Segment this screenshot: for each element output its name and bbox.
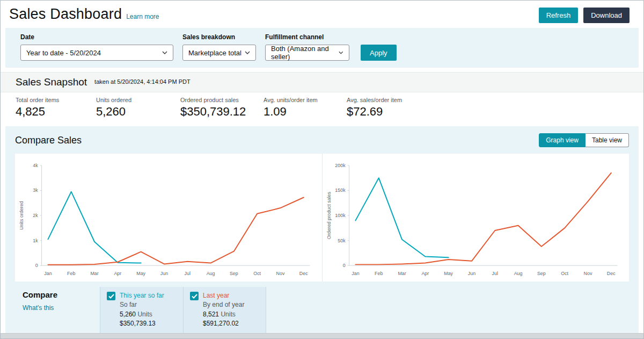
svg-text:Jan: Jan — [44, 271, 52, 276]
stat-value: 4,825 — [16, 105, 96, 119]
table-view-button[interactable]: Table view — [586, 133, 629, 147]
svg-text:Nov: Nov — [276, 271, 285, 276]
stat-label: Avg. units/order item — [264, 97, 347, 103]
sales-snapshot-header: Sales Snapshot taken at 5/20/2024, 4:14:… — [1, 72, 643, 92]
svg-text:0: 0 — [35, 263, 38, 268]
legend-this-year-sales: $350,739.13 — [120, 319, 164, 328]
chevron-down-icon — [245, 51, 250, 54]
legend-last-year-text: Last year By end of year 8,521 Units $59… — [203, 291, 244, 329]
svg-text:Apr: Apr — [114, 271, 121, 276]
svg-text:Feb: Feb — [67, 271, 75, 276]
ordered-product-sales-chart: 050k100k150k200kJanFebMarAprMayJunJulAug… — [326, 158, 626, 280]
compare-legend: Compare What's this This year so far So … — [15, 287, 629, 333]
horizontal-scrollbar[interactable] — [1, 333, 643, 338]
stat-label: Ordered product sales — [180, 97, 264, 103]
view-toggle: Graph view Table view — [539, 133, 629, 147]
stat-units-ordered: Units ordered 5,260 — [96, 97, 180, 119]
svg-text:4k: 4k — [33, 163, 38, 168]
svg-text:Sep: Sep — [537, 271, 545, 276]
legend-this-year-sublabel: So far — [120, 300, 164, 309]
stat-value: 1.09 — [264, 105, 347, 119]
stat-value: $350,739.12 — [180, 105, 264, 119]
svg-text:150k: 150k — [335, 187, 346, 193]
stat-avg-sales-per-order: Avg. sales/order item $72.69 — [347, 97, 402, 119]
chevron-down-icon — [162, 51, 167, 54]
fulfillment-channel-label: Fulfillment channel — [265, 33, 349, 41]
learn-more-link[interactable]: Learn more — [126, 13, 159, 20]
stat-label: Avg. sales/order item — [347, 97, 402, 103]
compare-legend-head: Compare What's this — [15, 287, 100, 333]
compare-sales-section: Compare Sales Graph view Table view 01k2… — [5, 126, 639, 339]
stat-total-order-items: Total order items 4,825 — [16, 97, 96, 119]
snapshot-stats-row: Total order items 4,825 Units ordered 5,… — [1, 92, 643, 125]
svg-text:200k: 200k — [335, 163, 346, 168]
svg-text:Jun: Jun — [160, 271, 168, 276]
svg-text:Sep: Sep — [230, 271, 238, 276]
svg-text:Units ordered: Units ordered — [19, 201, 24, 230]
stat-value: $72.69 — [347, 105, 402, 119]
ordered-product-sales-chart-panel: 050k100k150k200kJanFebMarAprMayJunJulAug… — [323, 154, 630, 282]
snapshot-timestamp: taken at 5/20/2024, 4:14:04 PM PDT — [94, 78, 191, 85]
date-filter-group: Date Year to date - 5/20/2024 — [20, 33, 173, 61]
sales-dashboard-page: Sales Dashboard Learn more Refresh Downl… — [0, 0, 644, 339]
svg-text:Jul: Jul — [492, 271, 497, 276]
svg-text:Nov: Nov — [583, 271, 592, 276]
legend-this-year-units: 5,260 Units — [120, 310, 164, 319]
whats-this-link[interactable]: What's this — [23, 304, 100, 312]
refresh-button[interactable]: Refresh — [539, 8, 579, 23]
legend-item-this-year: This year so far So far 5,260 Units $350… — [100, 287, 183, 333]
svg-text:Oct: Oct — [561, 271, 568, 276]
compare-legend-title: Compare — [23, 290, 100, 299]
svg-text:May: May — [136, 271, 145, 276]
fulfillment-channel-filter-group: Fulfillment channel Both (Amazon and sel… — [265, 33, 349, 61]
svg-text:Mar: Mar — [398, 271, 406, 276]
svg-text:Jun: Jun — [467, 271, 475, 276]
legend-last-year-sales: $591,270.02 — [203, 319, 244, 328]
stat-label: Total order items — [16, 97, 96, 103]
this-year-checkbox[interactable] — [107, 292, 115, 300]
svg-text:Mar: Mar — [90, 271, 98, 276]
header-buttons: Refresh Download — [539, 8, 630, 23]
sales-breakdown-select[interactable]: Marketplace total — [182, 45, 256, 61]
sales-breakdown-label: Sales breakdown — [182, 33, 256, 41]
legend-this-year-text: This year so far So far 5,260 Units $350… — [120, 291, 164, 329]
svg-text:Jul: Jul — [185, 271, 191, 276]
legend-last-year-units: 8,521 Units — [203, 310, 244, 319]
legend-last-year-label: Last year — [203, 291, 244, 300]
checkmark-icon — [192, 294, 197, 299]
sales-snapshot-title: Sales Snapshot — [16, 76, 87, 88]
compare-sales-title: Compare Sales — [15, 135, 82, 146]
sales-breakdown-select-value: Marketplace total — [188, 49, 241, 57]
filter-bar: Date Year to date - 5/20/2024 Sales brea… — [5, 28, 639, 68]
svg-text:1k: 1k — [33, 238, 38, 243]
stat-ordered-product-sales: Ordered product sales $350,739.12 — [180, 97, 264, 119]
page-title: Sales Dashboard — [9, 6, 122, 23]
date-select[interactable]: Year to date - 5/20/2024 — [20, 45, 173, 61]
fulfillment-channel-select-value: Both (Amazon and seller) — [271, 45, 339, 61]
stat-label: Units ordered — [96, 97, 180, 103]
svg-text:0: 0 — [342, 263, 345, 268]
download-button[interactable]: Download — [583, 8, 630, 23]
svg-text:Jan: Jan — [352, 271, 359, 276]
svg-text:2k: 2k — [33, 213, 38, 218]
svg-text:May: May — [444, 271, 453, 276]
stat-value: 5,260 — [96, 105, 180, 119]
svg-text:Oct: Oct — [253, 271, 261, 276]
svg-text:Ordered product sales: Ordered product sales — [326, 191, 331, 239]
title-wrap: Sales Dashboard Learn more — [9, 6, 159, 23]
fulfillment-channel-select[interactable]: Both (Amazon and seller) — [265, 45, 349, 61]
stat-avg-units-per-order: Avg. units/order item 1.09 — [264, 97, 347, 119]
svg-text:Aug: Aug — [207, 271, 215, 276]
svg-text:Aug: Aug — [514, 271, 522, 276]
page-header: Sales Dashboard Learn more Refresh Downl… — [1, 1, 643, 25]
graph-view-button[interactable]: Graph view — [539, 133, 586, 147]
units-ordered-chart-panel: 01k2k3k4kJanFebMarAprMayJunJulAugSepOctN… — [15, 154, 323, 282]
svg-text:100k: 100k — [335, 213, 346, 218]
svg-text:Apr: Apr — [421, 271, 429, 276]
apply-button[interactable]: Apply — [361, 45, 397, 61]
charts-row: 01k2k3k4kJanFebMarAprMayJunJulAugSepOctN… — [15, 154, 629, 282]
legend-item-last-year: Last year By end of year 8,521 Units $59… — [183, 287, 266, 333]
units-ordered-chart: 01k2k3k4kJanFebMarAprMayJunJulAugSepOctN… — [18, 158, 319, 280]
legend-this-year-label: This year so far — [120, 291, 164, 300]
last-year-checkbox[interactable] — [190, 292, 199, 300]
